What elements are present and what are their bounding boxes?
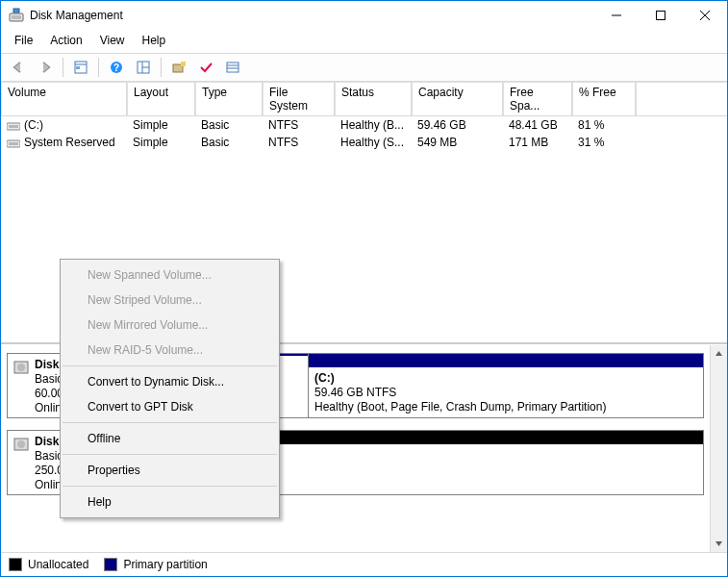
scroll-track[interactable] (711, 362, 727, 536)
scroll-up-icon[interactable] (711, 345, 727, 362)
ctx-convert-dynamic[interactable]: Convert to Dynamic Disk... (61, 369, 279, 394)
ctx-new-striped-volume[interactable]: New Striped Volume... (61, 288, 279, 313)
vol-layout: Simple (127, 116, 195, 134)
ctx-separator (63, 422, 277, 423)
part-detail: 59.46 GB NTFS (314, 386, 697, 400)
window-title: Disk Management (30, 9, 123, 22)
svg-rect-17 (227, 63, 238, 72)
ctx-separator (63, 454, 277, 455)
menu-file[interactable]: File (7, 32, 40, 49)
legend-primary-swatch (104, 558, 117, 571)
toolbar-check-icon[interactable] (194, 56, 217, 79)
vertical-scrollbar[interactable] (710, 345, 727, 552)
legend: Unallocated Primary partition (1, 552, 727, 576)
legend-unallocated-swatch (9, 558, 22, 571)
col-volume[interactable]: Volume (1, 82, 127, 116)
context-menu: New Spanned Volume... New Striped Volume… (60, 259, 280, 518)
volume-row[interactable]: System Reserved Simple Basic NTFS Health… (1, 134, 727, 151)
vol-status: Healthy (B... (335, 116, 412, 134)
toolbar-list-icon[interactable] (221, 56, 244, 79)
col-pctfree[interactable]: % Free (572, 82, 636, 116)
volume-row[interactable]: (C:) Simple Basic NTFS Healthy (B... 59.… (1, 116, 727, 134)
col-status[interactable]: Status (335, 82, 412, 116)
vol-name: (C:) (24, 118, 43, 132)
forward-button[interactable] (34, 56, 57, 79)
svg-rect-1 (12, 15, 21, 19)
volume-header: Volume Layout Type File System Status Ca… (1, 82, 727, 116)
svg-point-27 (17, 440, 25, 448)
disk-icon (13, 358, 31, 414)
minimize-button[interactable] (594, 1, 639, 30)
vol-type: Basic (195, 116, 263, 134)
col-capacity[interactable]: Capacity (412, 82, 503, 116)
vol-type: Basic (195, 134, 263, 151)
ctx-new-mirrored-volume[interactable]: New Mirrored Volume... (61, 313, 279, 338)
maximize-button[interactable] (639, 1, 683, 30)
menu-view[interactable]: View (92, 32, 133, 49)
svg-point-25 (17, 364, 25, 371)
legend-unallocated-label: Unallocated (28, 558, 88, 571)
svg-rect-16 (181, 62, 186, 66)
toolbar: ? (1, 53, 727, 82)
ctx-properties[interactable]: Properties (61, 458, 279, 483)
vol-fs: NTFS (263, 134, 335, 151)
vol-cap: 549 MB (412, 134, 503, 151)
disk-icon (13, 435, 31, 490)
app-icon (9, 8, 24, 23)
partition-primary-stripe (309, 354, 703, 367)
partition[interactable]: (C:) 59.46 GB NTFS Healthy (Boot, Page F… (308, 354, 703, 417)
vol-pct: 31 % (572, 134, 636, 151)
toolbar-layout-icon[interactable] (132, 56, 155, 79)
ctx-new-spanned-volume[interactable]: New Spanned Volume... (61, 263, 279, 288)
help-icon[interactable]: ? (105, 56, 128, 79)
close-button[interactable] (683, 1, 727, 30)
col-layout[interactable]: Layout (127, 82, 195, 116)
part-status: Healthy (Boot, Page File, Crash Dump, Pr… (314, 400, 697, 414)
vol-free: 48.41 GB (503, 116, 572, 134)
toolbar-settings-icon[interactable] (167, 56, 190, 79)
svg-rect-9 (76, 66, 80, 69)
ctx-separator (63, 486, 277, 487)
svg-rect-4 (657, 12, 665, 20)
col-freespace[interactable]: Free Spa... (503, 82, 572, 116)
ctx-help[interactable]: Help (61, 489, 279, 514)
menu-action[interactable]: Action (42, 32, 89, 49)
part-name: (C:) (314, 371, 697, 386)
titlebar: Disk Management (1, 1, 727, 30)
vol-fs: NTFS (263, 116, 335, 134)
vol-pct: 81 % (572, 116, 636, 134)
vol-status: Healthy (S... (335, 134, 412, 151)
menubar: File Action View Help (1, 30, 727, 53)
menu-help[interactable]: Help (135, 32, 174, 49)
col-filesystem[interactable]: File System (263, 82, 335, 116)
vol-cap: 59.46 GB (412, 116, 503, 134)
col-type[interactable]: Type (195, 82, 263, 116)
svg-rect-23 (9, 142, 18, 145)
ctx-separator (63, 365, 277, 366)
toolbar-view-icon[interactable] (69, 56, 92, 79)
vol-layout: Simple (127, 134, 195, 151)
vol-name: System Reserved (24, 136, 115, 149)
drive-icon (7, 138, 20, 149)
legend-primary-label: Primary partition (123, 558, 207, 571)
col-extra[interactable] (636, 82, 727, 116)
disk-management-window: Disk Management File Action View Help ? (0, 0, 728, 577)
ctx-new-raid5-volume[interactable]: New RAID-5 Volume... (61, 338, 279, 363)
ctx-offline[interactable]: Offline (61, 426, 279, 451)
back-button[interactable] (7, 56, 30, 79)
vol-free: 171 MB (503, 134, 572, 151)
drive-icon (7, 120, 20, 132)
svg-rect-2 (13, 9, 19, 13)
ctx-convert-gpt[interactable]: Convert to GPT Disk (61, 394, 279, 419)
svg-rect-21 (9, 125, 18, 128)
svg-text:?: ? (113, 63, 119, 73)
scroll-down-icon[interactable] (711, 536, 727, 552)
